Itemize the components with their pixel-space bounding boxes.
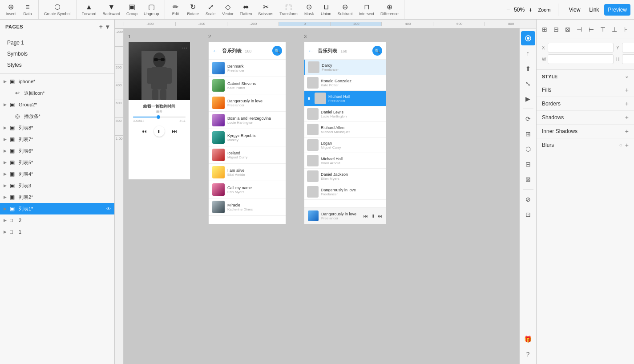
- data-button[interactable]: ≡ Data: [20, 1, 36, 18]
- style-options-icon[interactable]: ⌄: [625, 73, 629, 79]
- layer-2[interactable]: ▶ □ 2: [0, 214, 114, 226]
- rs-dist-v-button[interactable]: ⊢: [587, 23, 596, 36]
- upload-button[interactable]: ↑: [521, 46, 535, 61]
- rs-blurs-row[interactable]: Blurs ○ +: [537, 138, 634, 152]
- list-item[interactable]: Call my name Erin Myers: [209, 181, 286, 198]
- list-item[interactable]: Daniel Lewis Lucie Hartington: [304, 106, 386, 122]
- transform-button[interactable]: ⬚ Transform: [277, 1, 300, 18]
- blurs-toggle-icon[interactable]: ○: [619, 142, 622, 148]
- align-button[interactable]: ⊞: [521, 127, 535, 141]
- create-symbol-button[interactable]: ⬡ Create Symbol: [41, 1, 73, 18]
- rs-align-left-button[interactable]: ⊞: [540, 23, 549, 36]
- rs-align-top-button[interactable]: ⊤: [598, 23, 607, 36]
- group-button[interactable]: ▣ Group: [124, 1, 140, 18]
- frame3-search-button[interactable]: 🔍: [372, 46, 382, 56]
- frame3-prev-button[interactable]: ⏮: [363, 214, 368, 218]
- share-button[interactable]: ⬆: [521, 61, 535, 76]
- layer-list7[interactable]: ▶ ▣ 列表7*: [0, 133, 114, 145]
- rs-align-middle-button[interactable]: ⊥: [610, 23, 619, 36]
- mask-button[interactable]: ⊙ Mask: [301, 1, 317, 18]
- frame1-menu-button[interactable]: ⋯: [182, 45, 187, 51]
- canvas-viewport[interactable]: 1: [124, 28, 519, 364]
- rs-align-right-button[interactable]: ⊠: [563, 23, 572, 36]
- link-button[interactable]: Link: [586, 7, 602, 13]
- frame-3[interactable]: ← 音乐列表 168 🔍: [304, 42, 386, 224]
- rs-shadows-row[interactable]: Shadows +: [537, 111, 634, 125]
- layer-group2[interactable]: ▶ ▣ Group2*: [0, 99, 114, 110]
- frame2-back-button[interactable]: ←: [212, 47, 218, 54]
- forward-button[interactable]: ▲ Forward: [79, 1, 99, 18]
- frame-1[interactable]: ⋯ 绘我一首歌的时间 藤井 30: [128, 42, 190, 180]
- frame1-play-button[interactable]: ⏸: [154, 126, 165, 137]
- intersect-button[interactable]: ⊓ Intersect: [356, 1, 377, 18]
- list-item[interactable]: I am alive Bilal Amide: [209, 164, 286, 181]
- list-item[interactable]: Denmark Freelancer: [209, 60, 286, 77]
- image-button[interactable]: ⊡: [521, 207, 535, 222]
- rs-borders-row[interactable]: Borders +: [537, 97, 634, 111]
- list-item[interactable]: ⏸ Michael Hall Freelancer: [304, 91, 386, 106]
- zoom-out-button[interactable]: −: [504, 5, 512, 14]
- nav-symbols[interactable]: Symbols: [2, 49, 113, 59]
- list-item[interactable]: Michael Hall Brian Arnold: [304, 153, 386, 169]
- layer-list2[interactable]: ▶ ▣ 列表2*: [0, 191, 114, 203]
- rotate-button[interactable]: ↻ Rotate: [185, 1, 202, 18]
- rs-align-center-button[interactable]: ⊟: [552, 23, 561, 36]
- list-item[interactable]: Bosnia and Herzegovina Lucie Hartington: [209, 112, 286, 129]
- frame3-back-button[interactable]: ←: [308, 47, 314, 54]
- layer-list5[interactable]: ▶ ▣ 列表5*: [0, 157, 114, 168]
- layer-list1[interactable]: ▶ ▣ 列表1* 👁: [0, 203, 114, 214]
- nav-styles[interactable]: Styles: [2, 60, 113, 70]
- layer-list3[interactable]: ▶ ▣ 列表3: [0, 180, 114, 191]
- history-button[interactable]: ⊘: [521, 192, 535, 206]
- list-item[interactable]: Iceland Miguel Curry: [209, 146, 286, 164]
- list-item[interactable]: Miracle Katherine Dines: [209, 198, 286, 216]
- grid-button[interactable]: ⊟: [521, 157, 535, 171]
- component-button[interactable]: ⬡: [521, 142, 535, 156]
- add-page-button[interactable]: +: [99, 23, 103, 30]
- layer-iphone[interactable]: ▶ ▣ iphone* 👁: [0, 76, 114, 87]
- inspector-button[interactable]: [521, 31, 535, 45]
- h-input[interactable]: [622, 54, 634, 64]
- ungroup-button[interactable]: ▢ Ungroup: [141, 1, 162, 18]
- frame3-play-button[interactable]: ⏸: [371, 214, 375, 218]
- frame1-prev-button[interactable]: ⏮: [141, 128, 147, 134]
- shadows-add-icon[interactable]: +: [625, 114, 629, 121]
- gift-button[interactable]: 🎁: [521, 332, 535, 346]
- x-input[interactable]: [548, 43, 614, 53]
- w-input[interactable]: [548, 54, 614, 64]
- frame1-progress-bar[interactable]: [133, 117, 186, 117]
- layer-play[interactable]: ◎ 播放条*: [0, 110, 114, 122]
- blurs-add-icon[interactable]: +: [625, 142, 629, 149]
- list-item[interactable]: Richard Allen Michael Mousquet: [304, 122, 386, 138]
- list-item[interactable]: Dangerously in love Freelancer: [304, 184, 386, 200]
- preview-button[interactable]: Preview: [604, 4, 630, 16]
- rotate-canvas-button[interactable]: ⟳: [521, 112, 535, 126]
- rs-inner-shadows-row[interactable]: Inner Shadows +: [537, 125, 634, 138]
- flatten-button[interactable]: ⬌ Flatten: [237, 1, 255, 18]
- frame-2[interactable]: ← 音乐列表 168 🔍: [208, 42, 286, 224]
- visibility-list1-icon[interactable]: 👁: [106, 206, 111, 211]
- resize-button[interactable]: ⤡: [521, 77, 535, 91]
- help-button[interactable]: ?: [521, 347, 535, 361]
- subtract-button[interactable]: ⊖ Subtract: [335, 1, 355, 18]
- zoom-in-button[interactable]: +: [526, 5, 534, 14]
- collapse-pages-button[interactable]: ▾: [106, 23, 109, 30]
- list-item[interactable]: Daniel Jackson Ellen Myers: [304, 169, 386, 184]
- scissors-button[interactable]: ✂ Scissors: [255, 1, 276, 18]
- layer-return[interactable]: ↩ 返回icon*: [0, 87, 114, 99]
- rs-dist-h-button[interactable]: ⊣: [575, 23, 584, 36]
- frame2-search-button[interactable]: 🔍: [272, 46, 282, 56]
- rs-align-bottom-button[interactable]: ⊦: [622, 23, 630, 36]
- layer-list8[interactable]: ▶ ▣ 列表8*: [0, 122, 114, 133]
- union-button[interactable]: ⊔ Union: [318, 1, 334, 18]
- layer-1[interactable]: ▶ □ 1: [0, 226, 114, 238]
- list-item[interactable]: Logan Miguel Curry: [304, 138, 386, 153]
- insert-button[interactable]: ⊕ Insert: [3, 1, 19, 18]
- y-input[interactable]: [622, 43, 634, 53]
- rs-fills-row[interactable]: Fills +: [537, 83, 634, 97]
- nav-page1[interactable]: Page 1: [2, 37, 113, 48]
- layer-list6[interactable]: ▶ ▣ 列表6*: [0, 145, 114, 157]
- layer-list4[interactable]: ▶ ▣ 列表4*: [0, 168, 114, 180]
- edit-button[interactable]: ✏ Edit: [168, 1, 184, 18]
- list-item[interactable]: Kyrgyz Republic Mickey: [209, 129, 286, 146]
